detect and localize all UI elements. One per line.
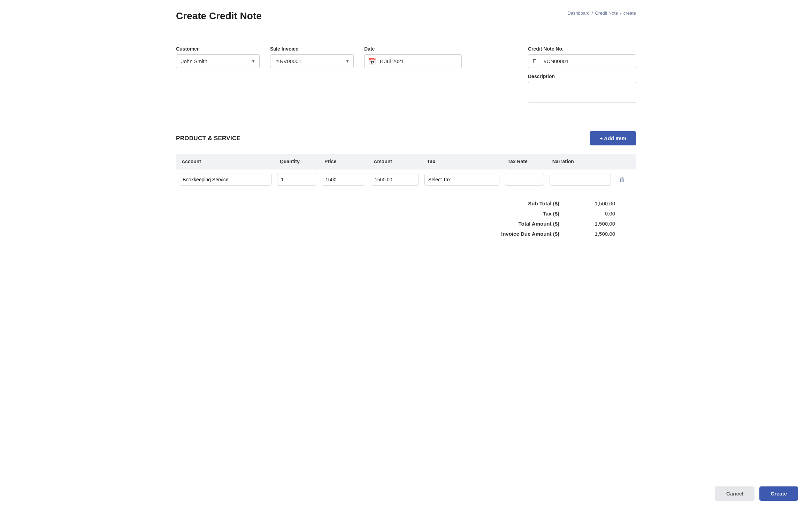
description-group: Description [528, 74, 636, 103]
date-wrapper: 📅 [364, 54, 462, 68]
sale-invoice-group: Sale Invoice #INV00001 ▼ [270, 46, 354, 68]
narration-input[interactable] [550, 174, 611, 186]
invoice-due-label: Invoice Due Amount ($) [490, 231, 559, 237]
sale-invoice-label: Sale Invoice [270, 46, 354, 52]
product-section-title: PRODUCT & SERVICE [176, 135, 240, 142]
credit-note-no-input[interactable] [528, 54, 636, 68]
td-price [319, 169, 368, 190]
section-divider [176, 124, 636, 124]
table-body: 🗑 [176, 169, 636, 190]
sub-total-value: 1,500.00 [580, 200, 615, 206]
form-section: Customer John Smith ▼ Sale Invoice #INV0… [176, 36, 636, 117]
td-tax [422, 169, 502, 190]
breadcrumb-credit-note[interactable]: Credit Note [595, 10, 618, 16]
description-input[interactable] [528, 82, 636, 103]
tax-value: 0.00 [580, 211, 615, 217]
tax-label: Tax ($) [490, 211, 559, 217]
sale-invoice-select[interactable]: #INV00001 [270, 54, 354, 68]
credit-note-no-label: Credit Note No. [528, 46, 636, 52]
customer-label: Customer [176, 46, 260, 52]
credit-note-no-group: Credit Note No. 🗒 [528, 46, 636, 68]
description-label: Description [528, 74, 636, 79]
td-quantity [274, 169, 319, 190]
tax-rate-input[interactable] [505, 174, 544, 186]
breadcrumb-current: create [623, 10, 636, 16]
total-amount-label: Total Amount ($) [490, 221, 559, 227]
td-tax-rate [502, 169, 547, 190]
breadcrumb: Dashboard / Credit Note / create [567, 10, 636, 16]
date-label: Date [364, 46, 462, 52]
tax-input[interactable] [424, 174, 499, 186]
quantity-input[interactable] [277, 174, 316, 186]
th-amount: Amount [368, 154, 422, 169]
date-group: Date 📅 [364, 46, 462, 68]
page-title: Create Credit Note [176, 10, 262, 22]
date-input[interactable] [364, 54, 462, 68]
customer-group: Customer John Smith ▼ [176, 46, 260, 68]
th-quantity: Quantity [274, 154, 319, 169]
th-price: Price [319, 154, 368, 169]
account-input[interactable] [179, 174, 271, 186]
customer-select-wrapper[interactable]: John Smith ▼ [176, 54, 260, 68]
total-amount-value: 1,500.00 [580, 221, 615, 227]
price-input[interactable] [322, 174, 365, 186]
product-section-header: PRODUCT & SERVICE + Add Item [176, 131, 636, 145]
table-row: 🗑 [176, 169, 636, 190]
page-header: Create Credit Note Dashboard / Credit No… [176, 10, 636, 22]
totals-section: Sub Total ($) 1,500.00 Tax ($) 0.00 Tota… [176, 200, 636, 237]
invoice-due-value: 1,500.00 [580, 231, 615, 237]
items-table: Account Quantity Price Amount Tax Tax Ra… [176, 154, 636, 190]
td-account [176, 169, 274, 190]
th-tax-rate: Tax Rate [502, 154, 547, 169]
product-section: PRODUCT & SERVICE + Add Item Account Qua… [176, 131, 636, 237]
customer-select[interactable]: John Smith [176, 54, 260, 68]
td-narration [547, 169, 614, 190]
delete-row-icon[interactable]: 🗑 [616, 175, 628, 184]
amount-input[interactable] [371, 174, 419, 186]
credit-note-no-wrapper: 🗒 [528, 54, 636, 68]
sub-total-row: Sub Total ($) 1,500.00 [176, 200, 615, 206]
td-amount [368, 169, 422, 190]
breadcrumb-dashboard[interactable]: Dashboard [567, 10, 590, 16]
sale-invoice-select-wrapper[interactable]: #INV00001 ▼ [270, 54, 354, 68]
th-narration: Narration [547, 154, 614, 169]
th-account: Account [176, 154, 274, 169]
table-header: Account Quantity Price Amount Tax Tax Ra… [176, 154, 636, 169]
th-tax: Tax [422, 154, 502, 169]
add-item-button[interactable]: + Add Item [590, 131, 636, 145]
invoice-due-row: Invoice Due Amount ($) 1,500.00 [176, 231, 615, 237]
td-delete: 🗑 [614, 169, 636, 190]
tax-row: Tax ($) 0.00 [176, 211, 615, 217]
th-action [614, 154, 636, 169]
total-amount-row: Total Amount ($) 1,500.00 [176, 221, 615, 227]
sub-total-label: Sub Total ($) [490, 200, 559, 206]
